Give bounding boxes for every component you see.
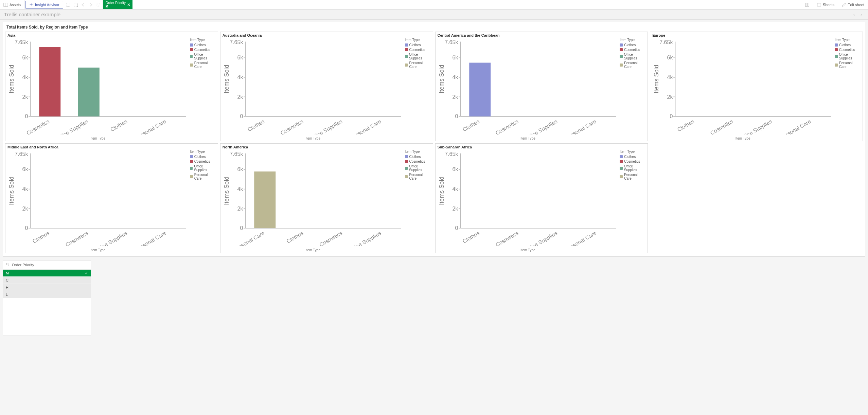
y-axis-label: Items Sold <box>438 65 445 93</box>
prev-sheet-button[interactable]: ‹ <box>851 12 857 17</box>
legend-item[interactable]: Office Supplies <box>620 164 645 172</box>
legend-title: Item Type <box>405 38 431 42</box>
legend-item[interactable]: Cosmetics <box>835 48 861 52</box>
close-icon[interactable]: ✕ <box>127 2 130 7</box>
category-label: Office Supplies <box>348 230 382 247</box>
svg-line-6 <box>97 4 99 5</box>
y-tick-label: 0 <box>455 225 458 231</box>
legend-item[interactable]: Clothes <box>405 155 431 159</box>
y-axis-label: Items Sold <box>8 65 15 93</box>
trellis-panel: Asia 7.65k02k4k6k CosmeticsOffice Suppli… <box>5 32 218 141</box>
category-label: Clothes <box>109 118 128 132</box>
legend-item[interactable]: Office Supplies <box>620 53 645 60</box>
legend-swatch <box>405 43 408 47</box>
category-label: Clothes <box>285 230 304 245</box>
legend-item[interactable]: Personal Care <box>620 61 645 69</box>
y-tick-label: 6k <box>237 55 243 60</box>
legend-item[interactable]: Personal Care <box>405 61 431 69</box>
bar-chart[interactable]: 7.65k02k4k6k Personal CareClothesCosmeti… <box>223 150 404 246</box>
smart-select-icon[interactable] <box>66 2 71 7</box>
search-icon[interactable] <box>6 263 10 267</box>
y-axis-label: Items Sold <box>438 177 445 205</box>
filter-option[interactable]: H <box>3 284 91 291</box>
legend-item[interactable]: Office Supplies <box>405 164 431 172</box>
sheets-button[interactable]: Sheets <box>813 0 838 9</box>
legend-item[interactable]: Clothes <box>405 43 431 47</box>
legend-item[interactable]: Office Supplies <box>190 164 216 172</box>
legend-item[interactable]: Clothes <box>835 43 861 47</box>
legend-item[interactable]: Personal Care <box>190 173 216 180</box>
legend-item[interactable]: Personal Care <box>620 173 645 180</box>
legend-item[interactable]: Cosmetics <box>405 160 431 163</box>
legend-item[interactable]: Personal Care <box>190 61 216 69</box>
legend-label: Office Supplies <box>624 164 645 172</box>
insight-advisor-button[interactable]: Insight Advisor <box>25 1 63 8</box>
bar[interactable] <box>39 47 60 116</box>
legend-swatch <box>190 167 193 170</box>
legend-item[interactable]: Clothes <box>620 155 645 159</box>
bar[interactable] <box>469 63 491 116</box>
category-label: Cosmetics <box>65 230 89 247</box>
y-tick-label: 7.65k <box>15 39 28 45</box>
bar-chart[interactable]: 7.65k02k4k6k ClothesCosmeticsOffice Supp… <box>652 38 833 134</box>
legend-label: Personal Care <box>194 173 216 180</box>
bar-chart[interactable]: 7.65k02k4k6k ClothesCosmeticsOffice Supp… <box>7 150 189 246</box>
legend-swatch <box>405 64 408 67</box>
legend-item[interactable]: Office Supplies <box>405 53 431 60</box>
filter-option[interactable]: M <box>3 270 91 277</box>
legend-item[interactable]: Cosmetics <box>190 160 216 163</box>
category-label: Personal Care <box>564 230 597 247</box>
bar-chart[interactable]: 7.65k02k4k6k ClothesCosmeticsOffice Supp… <box>223 38 404 134</box>
y-tick-label: 7.65k <box>230 151 243 157</box>
y-tick-label: 6k <box>452 167 458 173</box>
sheet-title-bar: Trellis container example ‹ › <box>0 10 868 20</box>
legend-item[interactable]: Cosmetics <box>620 48 645 52</box>
svg-point-52 <box>6 263 8 265</box>
assets-button[interactable]: Assets <box>0 0 24 9</box>
step-fwd-icon[interactable] <box>88 2 93 7</box>
legend-swatch <box>190 175 193 178</box>
category-label: Clothes <box>247 118 265 132</box>
filter-option[interactable]: C <box>3 277 91 284</box>
edit-sheet-button[interactable]: Edit sheet <box>838 0 868 9</box>
legend-label: Cosmetics <box>194 160 210 163</box>
sheet-title: Trellis container example <box>4 12 60 17</box>
step-back-icon[interactable] <box>81 2 86 7</box>
legend-item[interactable]: Office Supplies <box>835 53 861 60</box>
legend-item[interactable]: Cosmetics <box>190 48 216 52</box>
legend-item[interactable]: Cosmetics <box>405 48 431 52</box>
y-tick-label: 0 <box>240 225 243 231</box>
legend-item[interactable]: Clothes <box>620 43 645 47</box>
legend-swatch <box>190 48 193 51</box>
lasso-icon[interactable] <box>73 2 78 7</box>
trellis-panel: Europe 7.65k02k4k6k ClothesCosmeticsOffi… <box>650 32 863 141</box>
bar-chart[interactable]: 7.65k02k4k6k ClothesCosmeticsOffice Supp… <box>438 38 619 134</box>
y-axis-label: Items Sold <box>223 177 230 205</box>
bookmarks-button[interactable] <box>801 0 813 9</box>
legend-item[interactable]: Personal Care <box>835 61 861 69</box>
filter-option[interactable]: L <box>3 291 91 298</box>
category-label: Cosmetics <box>709 118 734 134</box>
bar-chart[interactable]: 7.65k02k4k6k ClothesCosmeticsOffice Supp… <box>438 150 619 246</box>
legend-item[interactable]: Clothes <box>190 155 216 159</box>
bar[interactable] <box>254 172 276 228</box>
y-axis-label: Items Sold <box>653 65 660 93</box>
legend-label: Personal Care <box>409 173 430 180</box>
y-tick-label: 6k <box>237 167 243 173</box>
pill-dimension: Order Priority <box>106 1 126 5</box>
clear-selections-icon[interactable] <box>96 2 101 7</box>
category-label: Cosmetics <box>25 118 50 134</box>
y-tick-label: 2k <box>22 94 28 100</box>
legend-item[interactable]: Cosmetics <box>620 160 645 163</box>
bar-chart[interactable]: 7.65k02k4k6k CosmeticsOffice SuppliesClo… <box>7 38 189 134</box>
selection-pill-order-priority[interactable]: Order Priority M ✕ <box>103 0 132 9</box>
legend-item[interactable]: Office Supplies <box>190 53 216 60</box>
legend-swatch <box>190 64 193 67</box>
legend: Item Type Clothes Cosmetics Office Suppl… <box>618 38 645 140</box>
legend-item[interactable]: Personal Care <box>405 173 431 180</box>
bar[interactable] <box>78 68 100 116</box>
next-sheet-button[interactable]: › <box>858 12 864 17</box>
legend-item[interactable]: Clothes <box>190 43 216 47</box>
legend-swatch <box>405 167 408 170</box>
svg-point-4 <box>76 5 78 7</box>
